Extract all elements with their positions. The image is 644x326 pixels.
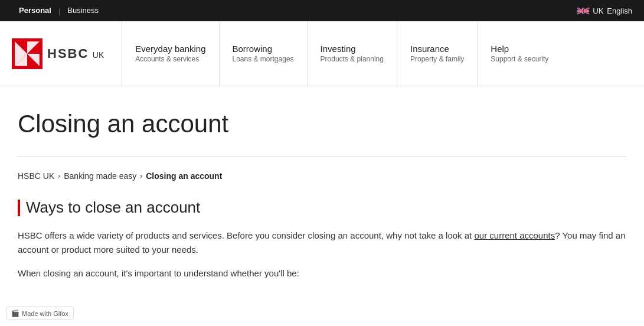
breadcrumb-chevron-2: › — [140, 172, 142, 180]
nav-items-list: Everyday banking Accounts & services Bor… — [122, 21, 632, 86]
nav-everyday-banking[interactable]: Everyday banking Accounts & services — [122, 21, 218, 86]
nav-everyday-title: Everyday banking — [135, 44, 205, 54]
hsbc-hexagon-icon — [12, 38, 43, 69]
breadcrumb-section[interactable]: Banking made easy — [64, 171, 136, 181]
logo-area[interactable]: HSBC UK — [12, 38, 104, 69]
section-heading: Ways to close an account — [18, 198, 626, 217]
nav-help-sub: Support & security — [491, 55, 548, 63]
breadcrumb-chevron-1: › — [58, 172, 60, 180]
breadcrumb: HSBC UK › Banking made easy › Closing an… — [18, 171, 626, 181]
nav-insurance-sub: Property & family — [410, 55, 464, 63]
locale-selector[interactable]: UK English — [577, 6, 632, 15]
top-bar: Personal | Business UK English — [0, 0, 644, 21]
nav-help-title: Help — [491, 44, 548, 54]
hsbc-uk-suffix: UK — [93, 50, 104, 60]
section-bar-accent — [18, 200, 20, 216]
business-link[interactable]: Business — [60, 0, 106, 21]
nav-help[interactable]: Help Support & security — [477, 21, 561, 86]
page-content: Closing an account HSBC UK › Banking mad… — [0, 86, 644, 302]
logo-text-area: HSBC UK — [47, 46, 104, 61]
uk-flag-icon — [577, 7, 589, 15]
locale-uk-label: UK — [593, 6, 603, 15]
locale-lang-label: English — [607, 6, 632, 15]
current-accounts-link[interactable]: our current accounts — [474, 230, 555, 240]
nav-borrowing-sub: Loans & mortgages — [233, 55, 294, 63]
nav-investing-title: Investing — [321, 44, 384, 54]
nav-insurance[interactable]: Insurance Property & family — [397, 21, 477, 86]
nav-investing-sub: Products & planning — [321, 55, 384, 63]
body-paragraph-1: HSBC offers a wide variety of products a… — [18, 229, 626, 257]
main-navigation: HSBC UK Everyday banking Accounts & serv… — [0, 21, 644, 86]
body-paragraph-2: When closing an account, it's important … — [18, 266, 626, 281]
nav-borrowing-title: Borrowing — [233, 44, 294, 54]
breadcrumb-home[interactable]: HSBC UK — [18, 171, 54, 181]
nav-everyday-sub: Accounts & services — [135, 55, 205, 63]
hsbc-brand-text: HSBC — [47, 46, 89, 61]
personal-link[interactable]: Personal — [12, 0, 58, 21]
nav-borrowing[interactable]: Borrowing Loans & mortgages — [219, 21, 307, 86]
divider — [18, 156, 626, 157]
nav-insurance-title: Insurance — [410, 44, 464, 54]
hsbc-logo: HSBC UK — [12, 38, 104, 69]
top-bar-nav: Personal | Business — [12, 0, 106, 21]
breadcrumb-current: Closing an account — [146, 171, 222, 181]
page-title: Closing an account — [18, 110, 626, 138]
section-title: Ways to close an account — [26, 198, 200, 217]
nav-investing[interactable]: Investing Products & planning — [307, 21, 397, 86]
